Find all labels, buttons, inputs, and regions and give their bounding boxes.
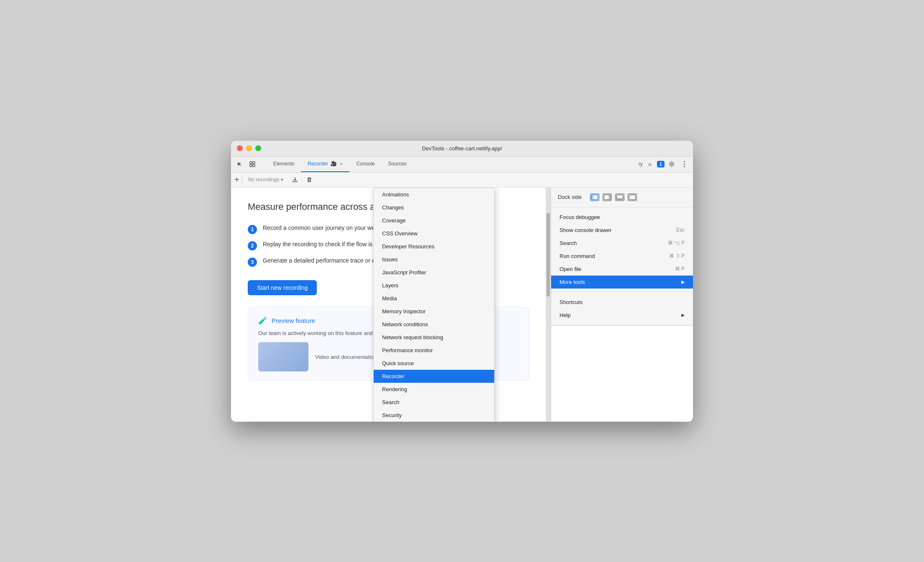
shortcut-open-file: ⌘ P <box>675 266 685 272</box>
dropdown-arrow-icon: ▾ <box>281 177 283 183</box>
menu-item-recorder[interactable]: Recorder <box>374 370 494 383</box>
tab-bar-left <box>231 157 267 172</box>
menu-item-coverage[interactable]: Coverage <box>374 214 494 227</box>
context-item-more-tools[interactable]: More tools ▶ <box>551 276 693 289</box>
tabs: Elements Recorder 🎥 ✕ Console Sources <box>267 157 413 172</box>
flask-icon: 🧪 <box>258 316 267 325</box>
tab-sources[interactable]: Sources <box>381 157 413 172</box>
shortcut-run-command: ⌘ ⇧ P <box>669 253 685 259</box>
right-panel: Dock side <box>551 188 693 422</box>
menu-item-memory-inspector[interactable]: Memory Inspector <box>374 305 494 318</box>
dock-right-icon[interactable] <box>603 193 612 201</box>
toolbar: + No recordings ▾ <box>231 173 693 188</box>
recorder-icon: 🎥 <box>331 161 337 167</box>
cursor-icon[interactable] <box>234 159 245 170</box>
context-menu-main: Focus debuggee Show console drawer Esc S… <box>551 207 693 292</box>
minimize-button[interactable] <box>246 145 252 151</box>
devtools-window: DevTools - coffee-cart.netlify.app/ <box>231 141 693 422</box>
shortcut-esc: Esc <box>676 227 685 233</box>
add-recording-button[interactable]: + <box>234 175 239 184</box>
more-tools-label: More tools <box>560 279 585 285</box>
inspect-icon[interactable] <box>247 159 258 170</box>
close-button[interactable] <box>237 145 243 151</box>
svg-rect-3 <box>253 165 255 167</box>
main-area: Measure performance across an entire use… <box>231 188 693 422</box>
tab-elements[interactable]: Elements <box>267 157 301 172</box>
dock-side-section: Dock side <box>551 188 693 207</box>
menu-item-developer-resources[interactable]: Developer Resources <box>374 240 494 253</box>
dock-left-icon[interactable] <box>590 193 599 201</box>
window-title: DevTools - coffee-cart.netlify.app/ <box>422 145 502 152</box>
more-tabs-button[interactable]: » <box>644 159 655 170</box>
context-item-run-command[interactable]: Run command ⌘ ⇧ P <box>551 250 693 263</box>
menu-item-js-profiler[interactable]: JavaScript Profiler <box>374 266 494 279</box>
step-number-3: 3 <box>248 258 257 267</box>
svg-rect-1 <box>253 162 255 164</box>
preview-thumbnail <box>258 342 308 371</box>
menu-item-css-overview[interactable]: CSS Overview <box>374 227 494 240</box>
menu-item-search[interactable]: Search <box>374 396 494 409</box>
settings-icon[interactable] <box>666 159 677 170</box>
submenu-arrow-icon: ▶ <box>681 279 685 285</box>
preview-title: Preview feature <box>272 317 315 324</box>
tab-bar-right: ry » 1 ⋮ <box>639 157 693 172</box>
menu-item-issues[interactable]: Issues <box>374 253 494 266</box>
toolbar-separator <box>242 175 242 184</box>
svg-rect-0 <box>250 162 252 164</box>
context-item-open-file[interactable]: Open file ⌘ P <box>551 263 693 276</box>
more-options-icon[interactable]: ⋮ <box>679 159 690 170</box>
menu-item-security[interactable]: Security <box>374 409 494 422</box>
title-bar: DevTools - coffee-cart.netlify.app/ <box>231 141 693 157</box>
menu-item-quick-source[interactable]: Quick source <box>374 357 494 370</box>
maximize-button[interactable] <box>255 145 261 151</box>
tab-close-icon[interactable]: ✕ <box>339 162 343 166</box>
tab-recorder[interactable]: Recorder 🎥 ✕ <box>301 157 349 172</box>
video-doc-link[interactable]: Video and documentation <box>315 354 377 360</box>
issues-badge[interactable]: 1 <box>657 161 665 168</box>
context-item-show-console-drawer[interactable]: Show console drawer Esc <box>551 224 693 237</box>
svg-rect-2 <box>250 165 252 167</box>
step-number-2: 2 <box>248 241 257 250</box>
more-tools-dropdown: Animations Changes Coverage CSS Overview… <box>373 188 495 422</box>
tab-bar: Elements Recorder 🎥 ✕ Console Sources ry… <box>231 157 693 173</box>
menu-item-layers[interactable]: Layers <box>374 279 494 292</box>
step-number-1: 1 <box>248 225 257 234</box>
menu-item-animations[interactable]: Animations <box>374 188 494 201</box>
menu-item-network-conditions[interactable]: Network conditions <box>374 318 494 331</box>
svg-point-4 <box>671 163 673 165</box>
dock-side-label: Dock side <box>558 194 582 200</box>
svg-rect-10 <box>616 198 623 200</box>
menu-item-rendering[interactable]: Rendering <box>374 383 494 396</box>
svg-rect-8 <box>608 195 611 200</box>
menu-item-changes[interactable]: Changes <box>374 201 494 214</box>
right-content-area <box>551 325 693 422</box>
menu-item-network-request-blocking[interactable]: Network request blocking <box>374 331 494 344</box>
svg-rect-6 <box>591 195 593 200</box>
help-arrow-icon: ▶ <box>681 312 685 318</box>
delete-icon[interactable] <box>303 174 315 186</box>
menu-item-media[interactable]: Media <box>374 292 494 305</box>
dock-bottom-icon[interactable] <box>615 193 624 201</box>
context-item-shortcuts[interactable]: Shortcuts <box>551 296 693 309</box>
dock-icons <box>590 193 637 201</box>
export-icon[interactable] <box>289 174 301 186</box>
dock-undocked-icon[interactable] <box>628 193 637 201</box>
context-menu-bottom: Shortcuts Help ▶ <box>551 292 693 325</box>
start-recording-button[interactable]: Start new recording <box>248 280 317 295</box>
shortcut-search: ⌘ ⌥ F <box>668 240 685 246</box>
traffic-lights <box>237 145 261 151</box>
tab-overflow-label: ry <box>639 161 643 167</box>
context-item-focus-debuggee[interactable]: Focus debuggee <box>551 211 693 224</box>
menu-item-performance-monitor[interactable]: Performance monitor <box>374 344 494 357</box>
scrollbar-thumb[interactable] <box>547 213 550 296</box>
dock-side-row: Dock side <box>551 191 693 204</box>
context-item-help[interactable]: Help ▶ <box>551 309 693 322</box>
svg-rect-11 <box>629 195 636 200</box>
tab-console[interactable]: Console <box>349 157 381 172</box>
context-item-search[interactable]: Search ⌘ ⌥ F <box>551 237 693 250</box>
scrollbar[interactable] <box>546 188 551 422</box>
recordings-dropdown[interactable]: No recordings ▾ <box>245 175 287 184</box>
